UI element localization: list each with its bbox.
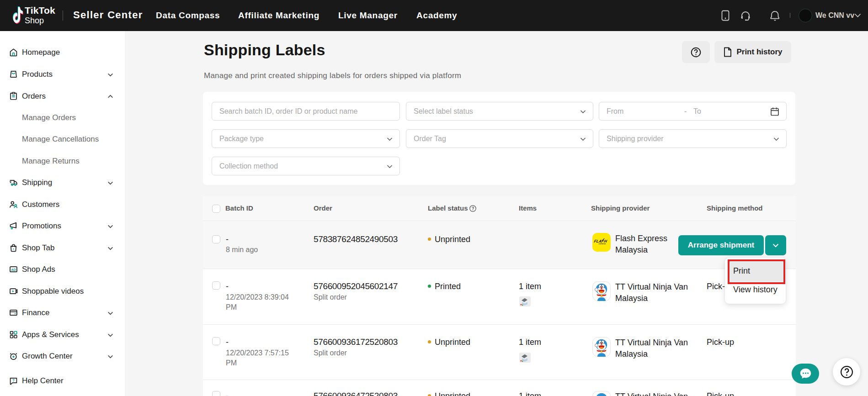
svg-text:?: ?	[12, 379, 15, 383]
svg-text:EXPRESS: EXPRESS	[598, 243, 607, 245]
svg-text:AD: AD	[11, 268, 16, 272]
